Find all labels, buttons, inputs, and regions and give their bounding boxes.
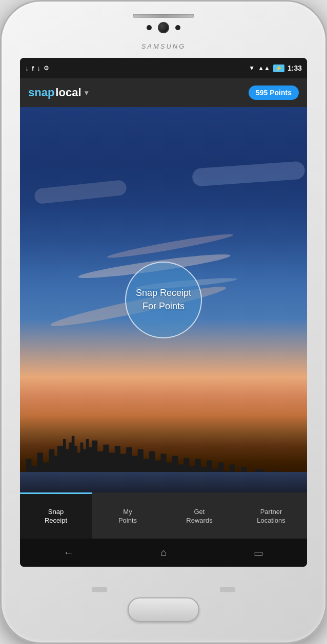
water-reflection [20, 472, 307, 492]
sensor-dot [147, 25, 152, 30]
speaker-grille [133, 14, 194, 18]
phone-top-hardware: SAMSUNG [2, 2, 325, 58]
nav-partner-locations-label: PartnerLocations [257, 508, 285, 525]
cloud-5 [34, 179, 127, 204]
right-hw-btn [220, 587, 235, 592]
snap-button-label: Snap Receipt For Points [136, 287, 191, 312]
logo-snap: snap [28, 86, 54, 99]
status-right: ▼ ▲▲ ⚡ 1:33 [249, 64, 302, 72]
nav-snap-receipt-label: SnapReceipt [45, 508, 67, 525]
recents-button[interactable]: ▭ [254, 547, 263, 559]
physical-home-button[interactable] [128, 597, 199, 622]
left-hw-btn [92, 587, 107, 592]
nav-partner-locations[interactable]: PartnerLocations [235, 492, 307, 539]
phone-screen: ↓ f ↓ ⚙ ▼ ▲▲ ⚡ 1:33 snaplocal ▾ 595 Poin… [20, 58, 307, 567]
status-time: 1:33 [288, 64, 302, 72]
snap-receipt-button[interactable]: Snap Receipt For Points [125, 262, 202, 338]
nav-snap-receipt[interactable]: SnapReceipt [20, 492, 92, 539]
nav-get-rewards[interactable]: GetRewards [163, 492, 235, 539]
logo-local: local [55, 86, 81, 99]
samsung-logo: SAMSUNG [141, 42, 186, 50]
nav-my-points[interactable]: MyPoints [92, 492, 163, 539]
android-nav-bar: ← ⌂ ▭ [20, 539, 307, 567]
points-badge[interactable]: 595 Points [249, 85, 299, 100]
home-button[interactable]: ⌂ [160, 547, 167, 559]
wifi-icon: ▼ [249, 65, 255, 72]
signal-icon: ▲▲ [258, 65, 270, 72]
front-camera [158, 22, 169, 33]
status-bar: ↓ f ↓ ⚙ ▼ ▲▲ ⚡ 1:33 [20, 58, 307, 78]
download2-icon: ↓ [37, 64, 40, 72]
nav-get-rewards-label: GetRewards [186, 508, 212, 525]
android-icon: ⚙ [44, 65, 49, 72]
app-logo[interactable]: snaplocal ▾ [28, 86, 88, 99]
phone-device: SAMSUNG ↓ f ↓ ⚙ ▼ ▲▲ ⚡ 1:33 snaplocal ▾ [0, 0, 327, 644]
bottom-nav: SnapReceipt MyPoints GetRewards PartnerL… [20, 492, 307, 539]
sensor-dot-2 [175, 25, 180, 30]
facebook-icon: f [32, 65, 34, 72]
phone-bottom-hardware [2, 567, 325, 642]
cloud-6 [192, 161, 305, 186]
download-icon: ↓ [25, 64, 29, 72]
dropdown-arrow-icon[interactable]: ▾ [85, 89, 88, 97]
status-left-icons: ↓ f ↓ ⚙ [25, 64, 49, 72]
battery-icon: ⚡ [273, 65, 284, 72]
main-content: Snap Receipt For Points [20, 107, 307, 492]
nav-my-points-label: MyPoints [118, 508, 137, 525]
app-header: snaplocal ▾ 595 Points [20, 78, 307, 107]
front-camera-area [147, 22, 180, 33]
back-button[interactable]: ← [64, 547, 74, 559]
bottom-hardware-buttons [92, 587, 235, 592]
